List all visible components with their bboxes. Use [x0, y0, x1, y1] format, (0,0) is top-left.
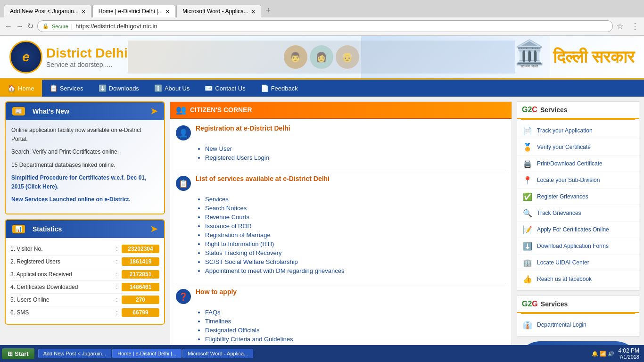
- bookmark-icon[interactable]: ☆: [617, 22, 623, 31]
- back-button[interactable]: ←: [5, 22, 12, 31]
- uidai-center-text: Locate UIDAI Center: [537, 259, 589, 266]
- g2c-header: G2C Services: [517, 102, 639, 119]
- tab-2-close[interactable]: ✕: [165, 9, 169, 14]
- logo-text: District Delhi Service at doorstep.....: [46, 46, 128, 68]
- tab-1-close[interactable]: ✕: [82, 9, 85, 14]
- locate-subdivision-icon: 📍: [522, 174, 533, 186]
- downloads-icon: ⬇️: [99, 84, 107, 92]
- faq-link[interactable]: FAQs: [205, 308, 506, 317]
- print-certificate-icon: 🖨️: [522, 158, 533, 169]
- service-link-2[interactable]: Search Notices: [205, 204, 506, 213]
- new-tab-button[interactable]: +: [262, 4, 275, 17]
- nav-about[interactable]: ℹ️ About Us: [147, 80, 197, 97]
- website: e District Delhi Service at doorstep....…: [0, 36, 644, 362]
- service-link-7[interactable]: Status Tracking of Recovery: [205, 248, 506, 257]
- refresh-button[interactable]: ↻: [27, 22, 33, 31]
- right-panel: G2C Services 📄 Track your Application 🏅 …: [517, 101, 639, 362]
- taskbar-item-2[interactable]: Home | e-District Delhi |...: [112, 349, 182, 358]
- service-link-9[interactable]: Appointment to meet with DM regarding gr…: [205, 266, 506, 275]
- nav-feedback[interactable]: 📄 Feedback: [253, 80, 305, 97]
- g2c-services-title: Services: [540, 106, 568, 114]
- locate-subdivision-text: Locate your Sub-Division: [537, 177, 600, 183]
- tab-1[interactable]: Add New Post < Jugaruin... ✕: [4, 5, 91, 17]
- g2c-item-download-forms[interactable]: ⬇️ Download Application Forms: [517, 238, 639, 255]
- taskbar-item-3[interactable]: Microsoft Word - Applica...: [182, 349, 253, 358]
- how-to-apply-section: ❓ How to apply FAQs Timelines Designated…: [176, 288, 506, 344]
- download-forms-text: Download Application Forms: [537, 243, 609, 249]
- main-content: 📰 What's New ➤ Online application facili…: [0, 97, 644, 362]
- new-services-link[interactable]: New Services Launched online on e-Distri…: [11, 196, 131, 203]
- system-tray-icons: 🔔 📶 🔊: [592, 351, 614, 357]
- service-link-6[interactable]: Right to Information (RTI): [205, 239, 506, 248]
- statistics-box: 📊 Statistics ➤ 1. Visitor No. : 23202304…: [5, 219, 165, 325]
- statistics-header: 📊 Statistics ➤: [6, 220, 164, 238]
- forward-button[interactable]: →: [16, 22, 24, 31]
- track-grievances-icon: 🔍: [522, 207, 533, 219]
- g2c-item-apply[interactable]: 📝 Apply For Certificates Online: [517, 222, 639, 238]
- center-panel: 👥 CITIZEN'S CORNER 👤 Registration at e-D…: [170, 101, 512, 362]
- register-grievances-text: Register Grievances: [537, 193, 588, 200]
- g2g-list: 👔 Departmental Login: [517, 314, 639, 336]
- whats-new-item-4[interactable]: Simplified Procedure for Certificates w.…: [11, 173, 158, 191]
- how-to-apply-list: FAQs Timelines Designated Officials Elig…: [197, 308, 506, 344]
- simplified-procedure-link[interactable]: Simplified Procedure for Certificates w.…: [11, 174, 146, 190]
- g2c-item-print[interactable]: 🖨️ Print/Download Certificate: [517, 156, 639, 172]
- whats-new-item-5[interactable]: New Services Launched online on e-Distri…: [11, 195, 158, 204]
- nav-downloads-label: Downloads: [109, 85, 139, 92]
- g2c-section: G2C Services 📄 Track your Application 🏅 …: [517, 101, 639, 291]
- url-box[interactable]: 🔒 Secure | https://edistrict.delhigovt.n…: [37, 20, 613, 32]
- service-link-3[interactable]: Revenue Courts: [205, 213, 506, 222]
- nav-downloads[interactable]: ⬇️ Downloads: [91, 80, 147, 97]
- g2c-item-uidai[interactable]: 🏢 Locate UIDAI Center: [517, 255, 639, 271]
- service-link-8[interactable]: SC/ST Social Welfare Scholarship: [205, 257, 506, 266]
- stats-row-6: 6. SMS : 66799: [10, 306, 159, 319]
- header-banner: 👨 👩 👴: [128, 41, 515, 74]
- stats-label-5: 5. Users Online: [10, 296, 112, 303]
- g2c-item-facebook[interactable]: 👍 Reach us at facebook: [517, 271, 639, 288]
- secure-label: Secure: [52, 24, 68, 29]
- g2g-item-dept-login[interactable]: 👔 Departmental Login: [517, 317, 639, 333]
- citizens-corner-icon: 👥: [176, 105, 186, 115]
- tab-3[interactable]: Microsoft Word - Applica... ✕: [176, 5, 261, 17]
- nav-home-label: Home: [18, 85, 34, 92]
- nav-contact[interactable]: ✉️ Contact Us: [197, 80, 253, 97]
- g2c-item-locate[interactable]: 📍 Locate your Sub-Division: [517, 172, 639, 189]
- whats-new-icon: 📰: [12, 107, 25, 115]
- service-link-5[interactable]: Registration of Marriage: [205, 230, 506, 239]
- nav-services-label: Services: [60, 85, 83, 92]
- start-button[interactable]: ⊞ Start: [2, 348, 34, 359]
- apply-certificates-icon: 📝: [522, 224, 533, 235]
- services-list: Services Search Notices Revenue Courts I…: [197, 195, 506, 275]
- browser-menu-button[interactable]: ⋮: [631, 21, 639, 32]
- dept-login-text: Departmental Login: [537, 321, 586, 328]
- stats-row-1: 1. Visitor No. : 23202304: [10, 243, 159, 255]
- site-logo: e: [9, 41, 42, 74]
- stats-label-3: 3. Applications Received: [10, 271, 112, 278]
- tab-2[interactable]: Home | e-District Delhi |... ✕: [92, 5, 175, 17]
- whats-new-box: 📰 What's New ➤ Online application facili…: [5, 101, 165, 214]
- whats-new-content: Online application facility now availabl…: [6, 120, 164, 214]
- service-link-4[interactable]: Issuance of ROR: [205, 222, 506, 230]
- stats-label-2: 2. Registered Users: [10, 258, 112, 265]
- g2c-item-track[interactable]: 📄 Track your Application: [517, 123, 639, 139]
- stats-value-1: 23202304: [122, 245, 159, 253]
- officials-link[interactable]: Designated Officials: [205, 326, 506, 335]
- g2c-item-register-grievance[interactable]: ✅ Register Grievances: [517, 189, 639, 205]
- stats-value-4: 1486461: [122, 283, 159, 291]
- g2c-item-verify[interactable]: 🏅 Verify your Certificate: [517, 139, 639, 156]
- nav-services[interactable]: 📋 Services: [42, 80, 91, 97]
- timelines-link[interactable]: Timelines: [205, 317, 506, 326]
- registered-users-link[interactable]: Registered Users Login: [205, 153, 506, 162]
- tab-3-close[interactable]: ✕: [251, 9, 255, 14]
- nav-home[interactable]: 🏠 Home: [0, 80, 42, 97]
- taskbar-item-1[interactable]: Add New Post < Jugaruin...: [38, 349, 112, 358]
- new-user-link[interactable]: New User: [205, 144, 506, 153]
- eligibility-link[interactable]: Eligibility Criteria and Guidelines: [205, 335, 506, 344]
- service-link-1[interactable]: Services: [205, 195, 506, 204]
- services-list-title: List of services available at e-District…: [196, 175, 330, 182]
- facebook-text: Reach us at facebook: [537, 276, 592, 282]
- secure-icon: 🔒: [42, 23, 49, 29]
- g2c-item-track-grievance[interactable]: 🔍 Track Grievances: [517, 205, 639, 222]
- services-list-header: 📋 List of services available at e-Distri…: [176, 175, 506, 191]
- verify-certificate-text: Verify your Certificate: [537, 144, 591, 150]
